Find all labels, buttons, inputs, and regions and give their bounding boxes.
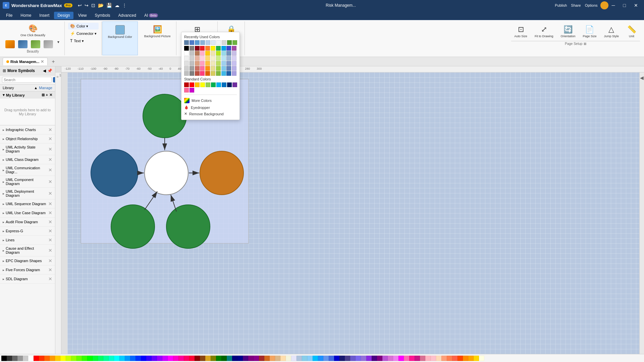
grid-color[interactable] (200, 56, 205, 61)
menu-file[interactable]: File (3, 12, 16, 19)
palette-color-70[interactable] (377, 356, 382, 361)
grid-color[interactable] (221, 61, 226, 66)
beautify-style-2[interactable] (17, 40, 29, 49)
sidebar-item-close-icon[interactable]: ✕ (48, 267, 52, 273)
redo-button[interactable]: ↪ (85, 3, 89, 8)
palette-color-65[interactable] (350, 356, 356, 361)
palette-color-63[interactable] (339, 356, 345, 361)
grid-color[interactable] (184, 51, 189, 56)
grid-color[interactable] (200, 71, 205, 76)
palette-color-60[interactable] (323, 356, 329, 361)
palette-color-49[interactable] (264, 356, 270, 361)
cloud-button[interactable]: ☁ (115, 3, 119, 8)
palette-color-44[interactable] (237, 356, 243, 361)
palette-color-12[interactable] (66, 356, 71, 361)
palette-color-35[interactable] (189, 356, 195, 361)
palette-color-69[interactable] (372, 356, 377, 361)
std-color-6[interactable] (216, 82, 221, 87)
grid-color[interactable] (190, 66, 194, 71)
grid-color[interactable] (232, 51, 236, 56)
grid-color[interactable] (200, 61, 205, 66)
grid-color[interactable] (221, 71, 226, 76)
sidebar-item-close-icon[interactable]: ✕ (48, 228, 52, 234)
recent-color-4[interactable] (200, 40, 205, 45)
palette-color-30[interactable] (162, 356, 168, 361)
grid-color[interactable] (200, 46, 205, 51)
beautify-style-1[interactable] (4, 40, 16, 49)
palette-color-87[interactable] (468, 356, 474, 361)
grid-color[interactable] (190, 56, 194, 61)
palette-color-31[interactable] (168, 356, 173, 361)
palette-color-11[interactable] (60, 356, 66, 361)
grid-color[interactable] (200, 51, 205, 56)
grid-color[interactable] (221, 46, 226, 51)
grid-color[interactable] (184, 71, 189, 76)
palette-color-20[interactable] (109, 356, 114, 361)
grid-color[interactable] (205, 56, 210, 61)
std-color-9[interactable] (232, 82, 237, 87)
grid-color[interactable] (184, 56, 189, 61)
palette-color-34[interactable] (184, 356, 189, 361)
palette-color-48[interactable] (259, 356, 264, 361)
palette-color-38[interactable] (205, 356, 211, 361)
std-color-3[interactable] (200, 82, 205, 87)
grid-color[interactable] (232, 56, 236, 61)
maximize-button[interactable]: □ (620, 1, 629, 9)
grid-color[interactable] (195, 46, 200, 51)
palette-color-62[interactable] (334, 356, 339, 361)
palette-color-76[interactable] (409, 356, 415, 361)
grid-color[interactable] (216, 51, 221, 56)
std-color-5[interactable] (211, 82, 216, 87)
share-button[interactable]: Share (571, 3, 581, 7)
sidebar-item-close-icon[interactable]: ✕ (48, 258, 52, 263)
palette-color-27[interactable] (146, 356, 152, 361)
recent-color-8[interactable] (222, 40, 226, 45)
undo-button[interactable]: ↩ (78, 3, 82, 8)
sidebar-item-14[interactable]: ▸ Five Forces Diagram ✕ (0, 265, 55, 275)
palette-color-3[interactable] (17, 356, 23, 361)
orientation-button[interactable]: 🔄 Orientation (557, 23, 578, 40)
auto-size-button[interactable]: ⊡ Auto Size (511, 23, 530, 40)
minimize-button[interactable]: ─ (608, 1, 619, 9)
palette-color-50[interactable] (270, 356, 275, 361)
palette-color-61[interactable] (329, 356, 334, 361)
palette-color-57[interactable] (307, 356, 313, 361)
grid-color[interactable] (195, 61, 200, 66)
palette-color-68[interactable] (366, 356, 372, 361)
beautify-style-4[interactable] (42, 40, 54, 49)
recent-color-2[interactable] (190, 40, 194, 45)
grid-color[interactable] (205, 61, 210, 66)
palette-color-4[interactable] (23, 356, 28, 361)
sidebar-item-close-icon[interactable]: ✕ (48, 210, 52, 216)
palette-color-8[interactable] (44, 356, 50, 361)
jump-style-button[interactable]: △ Jump Style (601, 23, 622, 40)
grid-color[interactable] (205, 46, 210, 51)
grid-color[interactable] (195, 71, 200, 76)
palette-color-2[interactable] (12, 356, 17, 361)
close-library-icon[interactable]: ✕ (49, 93, 52, 97)
recent-color-3[interactable] (195, 40, 200, 45)
palette-color-23[interactable] (125, 356, 130, 361)
palette-color-42[interactable] (227, 356, 232, 361)
connector-label[interactable]: Connector ▾ (76, 32, 97, 36)
palette-color-89[interactable] (479, 356, 484, 361)
palette-color-29[interactable] (157, 356, 162, 361)
grid-color[interactable] (226, 56, 231, 61)
palette-color-47[interactable] (254, 356, 259, 361)
sidebar-item-12[interactable]: ▸ Cause and Effect Diagram ✕ (0, 245, 55, 256)
palette-color-66[interactable] (356, 356, 361, 361)
palette-color-9[interactable] (50, 356, 55, 361)
palette-color-80[interactable] (431, 356, 436, 361)
palette-color-79[interactable] (425, 356, 431, 361)
grid-color[interactable] (216, 61, 221, 66)
palette-color-82[interactable] (441, 356, 447, 361)
grid-color[interactable] (211, 66, 215, 71)
palette-color-5[interactable] (28, 356, 34, 361)
palette-color-83[interactable] (447, 356, 452, 361)
palette-color-53[interactable] (286, 356, 291, 361)
sidebar-item-2[interactable]: ▸ UML Activity State Diagram ✕ (0, 143, 55, 155)
sidebar-item-close-icon[interactable]: ✕ (48, 127, 52, 132)
sidebar-item-close-icon[interactable]: ✕ (48, 191, 52, 196)
palette-color-84[interactable] (452, 356, 458, 361)
recent-color-5[interactable] (206, 40, 210, 45)
